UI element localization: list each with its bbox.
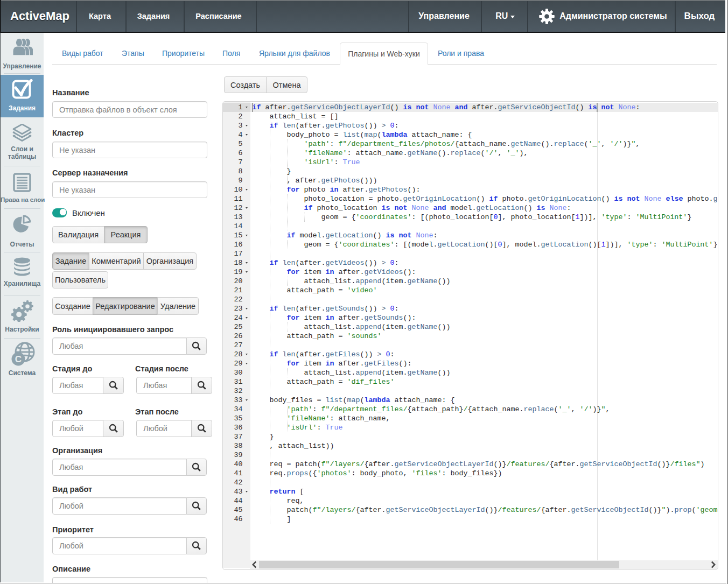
svg-text:C: C <box>15 354 22 364</box>
